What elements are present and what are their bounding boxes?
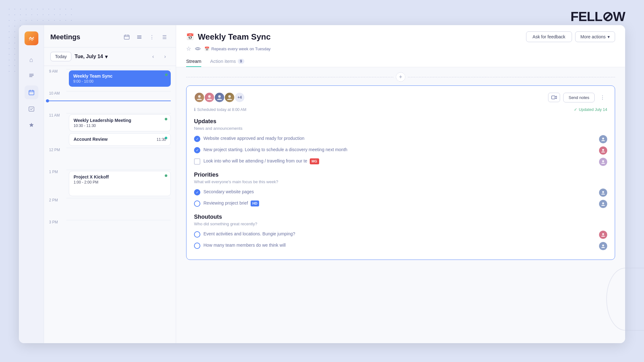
- check-icon-3[interactable]: [194, 158, 200, 165]
- prev-date-btn[interactable]: ‹: [149, 52, 158, 61]
- check-icon-s1[interactable]: [194, 231, 200, 238]
- agenda-item-3: Look into who will be attending / travel…: [194, 158, 607, 166]
- send-notes-button[interactable]: Send notes: [563, 93, 595, 102]
- item-avatar-s2: [599, 242, 607, 250]
- add-section-button[interactable]: +: [186, 72, 615, 82]
- sidebar-item-calendar[interactable]: [25, 85, 38, 99]
- section-updates-title: Updates: [194, 118, 607, 125]
- svg-point-17: [208, 95, 211, 98]
- svg-point-21: [602, 138, 604, 140]
- tab-stream[interactable]: Stream: [186, 56, 201, 67]
- list-view-btn[interactable]: [134, 32, 144, 42]
- current-time-indicator: [47, 101, 171, 101]
- svg-point-24: [602, 191, 604, 193]
- today-button[interactable]: Today: [50, 52, 71, 61]
- item-avatar-s1: [599, 231, 607, 239]
- sidebar-app-logo[interactable]: [25, 31, 38, 45]
- calendar-view-btn[interactable]: [122, 32, 132, 42]
- ask-feedback-button[interactable]: Ask for feedback: [526, 31, 572, 42]
- meeting-title: Weekly Team Sync: [198, 32, 271, 42]
- events-area-1pm: Project X Kickoff 1:00 - 2:00 PM: [66, 170, 171, 198]
- current-time-dot: [46, 99, 49, 102]
- avatar-4: [224, 92, 235, 103]
- sidebar-item-tasks[interactable]: [25, 102, 38, 116]
- more-options-btn[interactable]: ⋮: [147, 32, 157, 42]
- item-avatar-3: [599, 158, 607, 166]
- events-area-10am: [66, 91, 171, 110]
- events-area-3pm: [66, 220, 171, 239]
- check-icon-1[interactable]: [194, 136, 200, 142]
- agenda-item-priorities-1: Secondary website pages: [194, 189, 607, 197]
- agenda-item-2: New project starting. Looking to schedul…: [194, 146, 607, 155]
- event-time-kickoff: 1:00 - 2:00 PM: [74, 180, 166, 184]
- event-title-kickoff: Project X Kickoff: [74, 174, 166, 179]
- add-section-line-right: [408, 77, 615, 77]
- time-label-1pm: 1 PM: [49, 170, 66, 174]
- check-icon-s2[interactable]: [194, 243, 200, 249]
- event-time: 9:00 - 10:00: [73, 79, 166, 84]
- stream-content: +: [176, 67, 625, 343]
- menu-btn[interactable]: ☰: [159, 32, 169, 42]
- meeting-title-row: 📅 Weekly Team Sync: [186, 32, 271, 42]
- svg-rect-12: [137, 36, 142, 36]
- svg-point-16: [198, 95, 201, 98]
- add-section-line-left: [186, 77, 393, 77]
- icon-sidebar: ⌂: [19, 25, 44, 343]
- svg-rect-0: [29, 74, 34, 74]
- svg-rect-20: [552, 96, 555, 99]
- more-actions-button[interactable]: More actions ▾: [575, 31, 615, 42]
- event-project-kickoff[interactable]: Project X Kickoff 1:00 - 2:00 PM: [69, 171, 171, 196]
- event-account-review[interactable]: Account Review 11:30: [69, 133, 171, 146]
- sidebar-item-feedback[interactable]: [25, 118, 38, 132]
- card-meta: ℹ Scheduled today at 8:00 AM ✓ Updated J…: [194, 107, 607, 112]
- next-date-btn[interactable]: ›: [161, 52, 169, 61]
- tag-badge-mg: MG: [310, 158, 319, 164]
- check-icon-p1[interactable]: [194, 189, 200, 195]
- more-card-btn[interactable]: ⋮: [598, 93, 607, 102]
- meetings-header: Meetings ⋮: [44, 25, 176, 47]
- sidebar-item-notes[interactable]: [25, 69, 38, 83]
- time-slot-9am: 9 AM Weekly Team Sync 9:00 - 10:00: [49, 69, 171, 91]
- meetings-title: Meetings: [50, 33, 80, 41]
- item-text-p2: Reviewing project brief HD: [203, 200, 596, 206]
- event-dot-kickoff: [165, 174, 167, 177]
- section-updates-subtitle: News and announcements: [194, 126, 607, 131]
- event-weekly-leadership[interactable]: Weekly Leadership Meeting 10:30 - 11:30: [69, 114, 171, 131]
- main-content: 📅 Weekly Team Sync Ask for feedback More…: [176, 25, 625, 343]
- item-avatar-1: [599, 135, 607, 143]
- star-icon[interactable]: ☆: [186, 45, 191, 52]
- section-priorities-title: Priorities: [194, 172, 607, 178]
- time-slot-3pm: 3 PM: [49, 220, 171, 242]
- avatar-1: [194, 92, 205, 103]
- svg-rect-13: [137, 37, 142, 37]
- eye-icon[interactable]: [195, 46, 201, 52]
- updated-text: ✓ Updated July 14: [574, 107, 607, 112]
- current-date-display[interactable]: Tue, July 14 ▾: [75, 54, 107, 60]
- events-area-2pm: [66, 198, 171, 217]
- meeting-header-top: 📅 Weekly Team Sync Ask for feedback More…: [186, 31, 615, 42]
- event-weekly-team-sync[interactable]: Weekly Team Sync 9:00 - 10:00: [69, 70, 171, 87]
- sidebar-item-home[interactable]: ⌂: [25, 53, 38, 67]
- check-icon-2[interactable]: [194, 147, 200, 153]
- time-label-12pm: 12 PM: [49, 148, 66, 152]
- svg-point-26: [602, 233, 604, 235]
- tag-badge-hd: HD: [251, 200, 259, 206]
- section-shoutouts-title: Shoutouts: [194, 214, 607, 220]
- check-icon-p2[interactable]: [194, 200, 200, 207]
- meetings-panel: Meetings ⋮: [44, 25, 176, 343]
- calendar-icon: 📅: [186, 33, 194, 41]
- meetings-header-icons: ⋮ ☰: [122, 32, 169, 42]
- avatar-3: [214, 92, 225, 103]
- meeting-header: 📅 Weekly Team Sync Ask for feedback More…: [176, 25, 625, 67]
- calendar-scroll: 9 AM Weekly Team Sync 9:00 - 10:00 10 AM: [44, 66, 176, 343]
- time-label-10am: 10 AM: [49, 91, 66, 96]
- item-avatar-p1: [599, 189, 607, 197]
- date-navigation: Today Tue, July 14 ▾ ‹ ›: [44, 47, 176, 66]
- meeting-card: +4 Send notes ⋮: [186, 85, 615, 260]
- tab-action-items[interactable]: Action items 9: [210, 56, 244, 67]
- event-title: Weekly Team Sync: [73, 74, 166, 79]
- event-dot-leadership: [165, 118, 167, 120]
- add-section-circle[interactable]: +: [396, 72, 405, 82]
- event-dot-active: [165, 74, 168, 76]
- video-button[interactable]: [548, 93, 560, 102]
